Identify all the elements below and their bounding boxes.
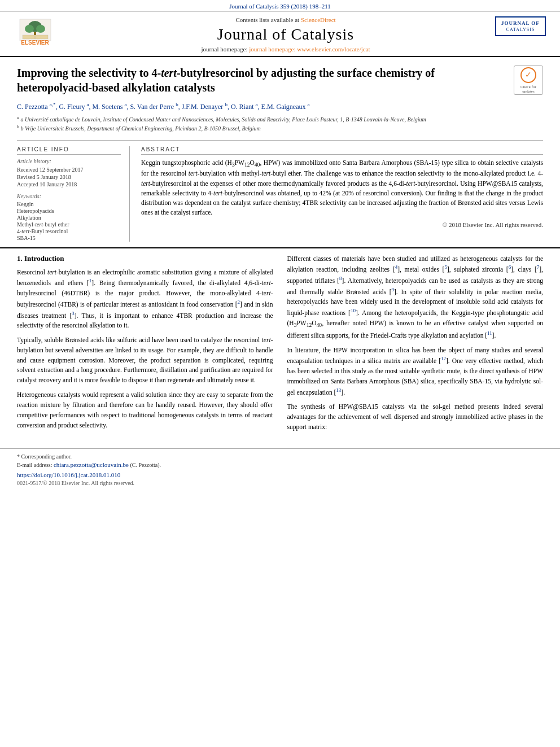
keyword-6: SBA-15 [17, 235, 121, 241]
article-section: Improving the selectivity to 4-tert-buty… [0, 57, 560, 247]
svg-point-3 [36, 25, 45, 33]
keyword-5: 4-tert-Butyl resorcinol [17, 228, 121, 234]
doi-line: https://doi.org/10.1016/j.jcat.2018.01.0… [17, 471, 543, 478]
body-para-1: Resorcinol tert-butylation is an electro… [17, 268, 273, 331]
body-two-col: 1. Introduction Resorcinol tert-butylati… [17, 254, 543, 437]
article-title: Improving the selectivity to 4-tert-buty… [17, 65, 440, 95]
body-para-3: Heterogeneous catalysts would represent … [17, 390, 273, 430]
affiliation-a: a a Université catholique de Louvain, In… [17, 115, 543, 124]
journal-box-title1: JOURNAL OF [501, 20, 540, 27]
body-para-6: The synthesis of HPW@SBA15 catalysts via… [287, 402, 544, 432]
corresponding-label: * Corresponding author. [17, 453, 72, 460]
article-title-row: Improving the selectivity to 4-tert-buty… [17, 65, 543, 102]
body-right-col: Different classes of materials have been… [287, 254, 544, 437]
keywords-label: Keywords: [17, 193, 121, 199]
email-suffix: (C. Pezzotta). [130, 462, 161, 468]
affiliations: a a Université catholique de Louvain, In… [17, 115, 543, 133]
keyword-4: Methyl-tert-butyl ether [17, 221, 121, 228]
top-journal-line: Journal of Catalysis 359 (2018) 198–211 [0, 0, 560, 12]
revised-date: Revised 5 January 2018 [17, 174, 121, 180]
synthesis-word: synthesis [496, 368, 519, 374]
journal-logo-box: JOURNAL OF CATALYSIS [495, 16, 546, 36]
check-for-updates-badge[interactable]: ✓ Check forupdates [514, 65, 543, 95]
affiliation-b: b b Vrije Universiteit Brussels, Departm… [17, 124, 543, 133]
svg-point-2 [25, 25, 34, 33]
svg-rect-5 [23, 35, 48, 39]
abstract-label: ABSTRACT [141, 146, 543, 155]
accepted-date: Accepted 10 January 2018 [17, 181, 121, 187]
issn-line: 0021-9517/© 2018 Elsevier Inc. All right… [17, 480, 543, 486]
header-left: ELSEVIER [11, 16, 79, 47]
abstract-col: ABSTRACT Keggin tungstophosphoric acid (… [141, 146, 543, 242]
journal-title: Journal of Catalysis [85, 25, 487, 43]
intro-heading: 1. Introduction [17, 254, 273, 263]
check-circle-icon: ✓ [520, 67, 536, 83]
received-date: Received 12 September 2017 [17, 167, 121, 173]
page-container: Journal of Catalysis 359 (2018) 198–211 … [0, 0, 560, 747]
check-mark-icon: ✓ [525, 70, 532, 80]
contents-text: Contents lists available at [235, 16, 299, 23]
abstract-text: Keggin tungstophosphoric acid (H3PW12O40… [141, 158, 543, 218]
journal-box-title2: CATALYSIS [501, 27, 540, 32]
elsevier-logo: ELSEVIER [17, 16, 73, 47]
history-label: Article history: [17, 158, 121, 164]
article-info-label: ARTICLE INFO [17, 146, 121, 155]
article-info-abstract: ARTICLE INFO Article history: Received 1… [17, 140, 543, 242]
copyright-line: © 2018 Elsevier Inc. All rights reserved… [141, 221, 543, 228]
keyword-1: Keggin [17, 201, 121, 207]
homepage-text: journal homepage: [201, 46, 249, 53]
footer-section: * Corresponding author. E-mail address: … [0, 448, 560, 490]
check-updates-label: Check forupdates [520, 85, 536, 94]
body-section: 1. Introduction Resorcinol tert-butylati… [0, 247, 560, 443]
journal-header: ELSEVIER Contents lists available at Sci… [0, 12, 560, 57]
body-left-col: 1. Introduction Resorcinol tert-butylati… [17, 254, 273, 437]
sciencedirect-link[interactable]: ScienceDirect [301, 16, 336, 23]
authors-line: C. Pezzotta a,*, G. Fleury a, M. Soetens… [17, 102, 543, 111]
email-label: E-mail address: [17, 462, 52, 468]
svg-text:ELSEVIER: ELSEVIER [21, 40, 49, 46]
article-info-col: ARTICLE INFO Article history: Received 1… [17, 146, 130, 242]
doi-link[interactable]: https://doi.org/10.1016/j.jcat.2018.01.0… [17, 471, 120, 478]
homepage-link[interactable]: journal homepage: www.elsevier.com/locat… [249, 46, 370, 53]
email-line: E-mail address: chiara.pezzotta@uclouvai… [17, 461, 543, 468]
header-right: JOURNAL OF CATALYSIS [492, 16, 549, 36]
body-para-4: Different classes of materials have been… [287, 254, 544, 341]
keywords-section: Keywords: Keggin Heteropolyacids Alkylat… [17, 193, 121, 241]
body-para-5: In literature, the HPW incorporation in … [287, 346, 544, 398]
keyword-2: Heteropolyacids [17, 208, 121, 214]
sciencedirect-line: Contents lists available at ScienceDirec… [85, 16, 487, 23]
corresponding-author-note: * Corresponding author. [17, 453, 543, 460]
header-center: Contents lists available at ScienceDirec… [79, 16, 492, 53]
keyword-3: Alkylation [17, 215, 121, 221]
journal-citation: Journal of Catalysis 359 (2018) 198–211 [229, 3, 331, 10]
body-para-2: Typically, soluble Brønsted acids like s… [17, 335, 273, 386]
email-address[interactable]: chiara.pezzotta@uclouvain.be [54, 461, 129, 468]
journal-homepage: journal homepage: journal homepage: www.… [85, 46, 487, 53]
